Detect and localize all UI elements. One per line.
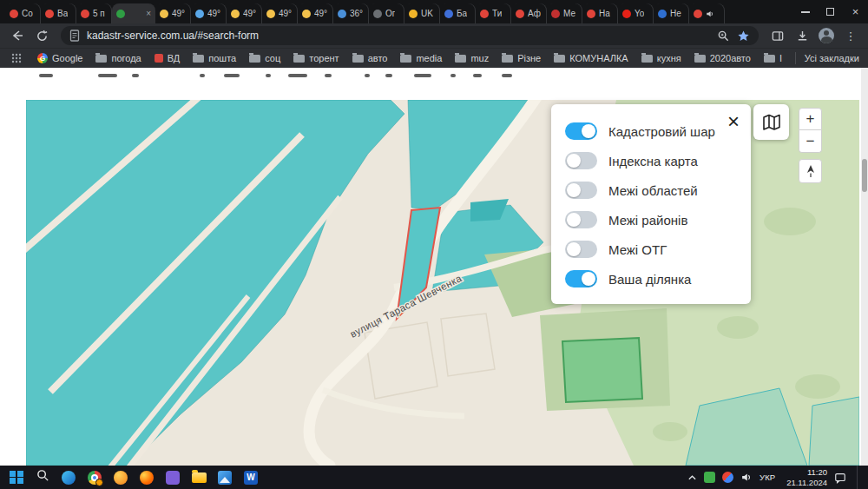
browser-tab[interactable]: 49°	[191, 3, 227, 23]
browser-tab[interactable]: UK	[404, 3, 440, 23]
browser-tab[interactable]: Ме	[547, 3, 582, 23]
lens-search-icon[interactable]	[717, 30, 730, 43]
taskbar-search-button[interactable]	[30, 466, 56, 489]
bookmark-item[interactable]: соц	[249, 53, 280, 63]
windows-logo-icon	[10, 471, 23, 485]
zoom-out-button[interactable]: −	[799, 130, 822, 153]
hidden-icons-button[interactable]	[687, 474, 697, 481]
browser-tab[interactable]	[689, 3, 725, 23]
taskbar-viber-button[interactable]	[160, 466, 186, 489]
layer-toggle-switch[interactable]	[565, 241, 597, 258]
taskbar-firefox-button[interactable]	[134, 466, 160, 489]
language-indicator[interactable]: УКР	[760, 473, 775, 482]
browser-tab-strip: СоВа5 п×49°49°49°49°49°36°ОгUKБаТиАфМеНа…	[0, 0, 868, 23]
browser-tab[interactable]: 49°	[262, 3, 298, 23]
bookmark-item[interactable]: погода	[95, 53, 141, 63]
bookmark-item[interactable]: кухня	[641, 53, 681, 63]
bookmark-star-icon[interactable]	[737, 30, 750, 43]
side-panel-button[interactable]	[767, 25, 788, 46]
tray-antivirus-icon[interactable]	[704, 472, 715, 483]
page-info-icon[interactable]	[69, 30, 80, 42]
taskbar-word-button[interactable]: W	[238, 466, 264, 489]
browser-tab[interactable]: 49°	[298, 3, 333, 23]
zoom-in-button[interactable]: +	[799, 108, 822, 130]
green-parcel[interactable]	[562, 338, 642, 402]
bookmark-item[interactable]: Різне	[502, 53, 541, 63]
bookmark-item[interactable]: ВД	[155, 53, 181, 63]
bookmark-item[interactable]: GGoogle	[37, 53, 82, 63]
browser-tab[interactable]: 49°	[155, 3, 191, 23]
compass-button[interactable]	[799, 159, 822, 183]
page-content: вулиця Тараса Шевченка Кадастровий шарІн…	[0, 68, 868, 466]
taskbar-avast-button[interactable]	[108, 466, 134, 489]
taskbar-photos-button[interactable]	[212, 466, 238, 489]
window-minimize-button[interactable]	[792, 0, 818, 23]
map-locator-button[interactable]	[753, 104, 789, 140]
clock[interactable]: 11:20 21.11.2024	[782, 467, 827, 487]
browser-tab[interactable]: 49°	[227, 3, 262, 23]
bookmark-item[interactable]: 2020авто	[694, 53, 751, 63]
cropped-text-fragment	[385, 74, 392, 77]
chrome-icon	[88, 471, 102, 485]
bookmark-item[interactable]: muz	[455, 53, 489, 63]
layer-toggle-switch[interactable]	[565, 270, 597, 287]
browser-tab[interactable]: Ог	[369, 3, 404, 23]
url-text[interactable]: kadastr-service.com.ua/#search-form	[87, 30, 710, 42]
back-button[interactable]	[7, 25, 28, 46]
word-icon: W	[244, 471, 258, 485]
window-maximize-button[interactable]	[818, 0, 843, 23]
scrollbar-thumb[interactable]	[862, 159, 867, 192]
bookmark-item[interactable]: Імпортовано	[764, 53, 782, 63]
bookmark-label: соц	[265, 53, 280, 63]
layer-toggle-label: Межі ОТГ	[608, 242, 667, 257]
time-text: 11:20	[807, 467, 827, 477]
browser-tab[interactable]: Yo	[618, 3, 654, 23]
folder-icon	[95, 55, 107, 63]
cadastral-map[interactable]: вулиця Тараса Шевченка Кадастровий шарІн…	[26, 100, 859, 466]
refresh-icon	[36, 30, 49, 43]
bookmark-item[interactable]: торент	[293, 53, 339, 63]
profile-button[interactable]	[816, 25, 837, 46]
volume-button[interactable]	[740, 472, 753, 483]
layer-toggle-switch[interactable]	[565, 211, 597, 228]
browser-tab[interactable]: Ти	[476, 3, 511, 23]
taskbar-explorer-button[interactable]	[186, 466, 212, 489]
browser-menu-button[interactable]: ⋮	[840, 25, 861, 46]
apps-grid-button[interactable]	[9, 50, 24, 66]
browser-tab[interactable]: Ва	[41, 3, 76, 23]
browser-tab[interactable]: ×	[112, 3, 155, 23]
refresh-button[interactable]	[31, 25, 52, 46]
bookmark-label: ВД	[168, 53, 181, 63]
all-bookmarks-button[interactable]: Усі закладки	[805, 53, 859, 63]
address-bar[interactable]: kadastr-service.com.ua/#search-form	[61, 26, 759, 45]
bookmark-item[interactable]: КОМУНАЛКА	[554, 53, 628, 63]
tab-close-icon[interactable]: ×	[146, 10, 151, 18]
panel-close-button[interactable]: ×	[727, 111, 740, 132]
show-desktop-button[interactable]	[857, 466, 861, 489]
browser-tab[interactable]: 5 п	[76, 3, 112, 23]
notification-center-button[interactable]	[834, 472, 846, 484]
browser-tab[interactable]: На	[582, 3, 618, 23]
bookmark-item[interactable]: пошта	[193, 53, 236, 63]
downloads-button[interactable]	[792, 25, 812, 46]
browser-tab[interactable]: Аф	[511, 3, 547, 23]
close-icon: ×	[852, 5, 859, 18]
browser-tab[interactable]: Ба	[440, 3, 476, 23]
minimize-icon	[801, 11, 810, 13]
bookmark-label: пошта	[208, 53, 236, 63]
bookmark-item[interactable]: авто	[352, 53, 388, 63]
taskbar-chrome-button[interactable]	[82, 466, 108, 489]
taskbar-edge-button[interactable]	[56, 466, 82, 489]
browser-tab[interactable]: Со	[5, 3, 41, 23]
bookmark-item[interactable]: media	[400, 53, 442, 63]
taskbar-start-button[interactable]	[3, 466, 30, 489]
layer-toggle-switch[interactable]	[565, 182, 597, 199]
tray-app-icon[interactable]	[722, 472, 733, 483]
browser-tab[interactable]: 36°	[333, 3, 369, 23]
parcel-bottom-right-2[interactable]	[809, 397, 859, 466]
layer-toggle-switch[interactable]	[565, 152, 597, 169]
window-close-button[interactable]: ×	[843, 0, 868, 23]
layer-toggle-switch[interactable]	[565, 122, 597, 140]
browser-tab[interactable]: Не	[654, 3, 689, 23]
page-scrollbar[interactable]	[861, 68, 868, 466]
